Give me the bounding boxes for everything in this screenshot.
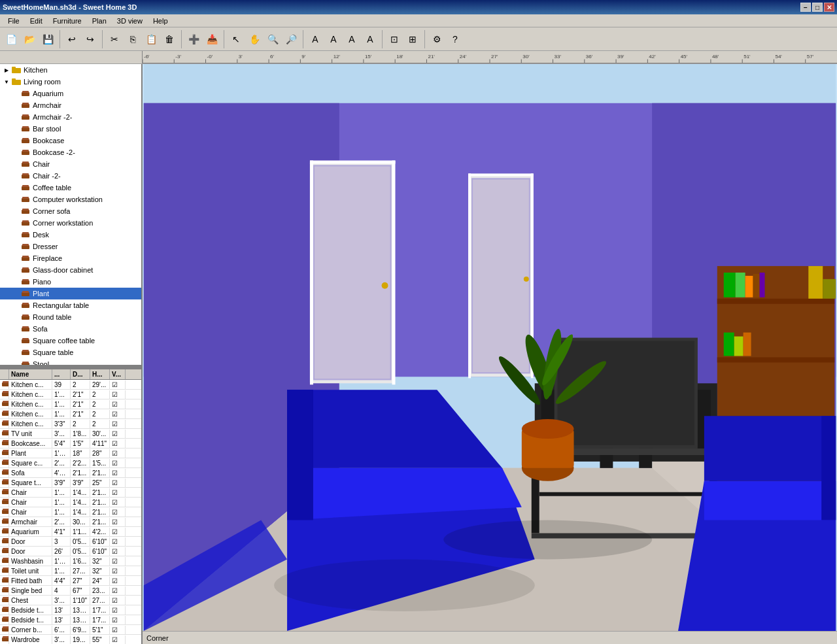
tree-expand-icon[interactable] bbox=[12, 337, 20, 345]
zoom-in-button[interactable]: 🔍 bbox=[264, 31, 281, 48]
table-row[interactable]: Door 3 0'5... 6'10" ☑ bbox=[0, 537, 141, 547]
delete-button[interactable]: 🗑 bbox=[161, 31, 178, 48]
table-row[interactable]: Sofa 4'10" 2'1... 2'1... ☑ bbox=[0, 468, 141, 478]
menu-item-plan[interactable]: Plan bbox=[87, 16, 112, 26]
tree-item[interactable]: Coffee table bbox=[0, 182, 141, 194]
tree-expand-icon[interactable] bbox=[12, 113, 20, 121]
tree-item[interactable]: Glass-door cabinet bbox=[0, 264, 141, 276]
tree-item[interactable]: Aquarium bbox=[0, 88, 141, 99]
pan-button[interactable]: ✋ bbox=[246, 31, 263, 48]
tree-expand-icon[interactable]: ▶ bbox=[3, 66, 10, 74]
table-row[interactable]: Single bed 4 67" 23... ☑ bbox=[0, 586, 141, 596]
text-a2-button[interactable]: A bbox=[325, 31, 342, 48]
tree-expand-icon[interactable] bbox=[12, 325, 20, 333]
tree-view[interactable]: ▶Kitchen▼Living roomAquariumArmchairArmc… bbox=[0, 64, 141, 367]
tree-expand-icon[interactable] bbox=[12, 160, 20, 168]
zoom-plan-button[interactable]: ⊞ bbox=[404, 31, 421, 48]
table-row[interactable]: Chair 1'... 1'4... 2'1... ☑ bbox=[0, 488, 141, 498]
table-row[interactable]: Square t... 3'9" 3'9" 25" ☑ bbox=[0, 478, 141, 488]
menu-item-edit[interactable]: Edit bbox=[25, 16, 48, 26]
paste-button[interactable]: 📋 bbox=[143, 31, 160, 48]
table-row[interactable]: Square c... 2'... 2'2... 1'5... ☑ bbox=[0, 458, 141, 468]
table-row[interactable]: Kitchen c... 3'3" 2 2 ☑ bbox=[0, 419, 141, 429]
maximize-button[interactable]: □ bbox=[812, 3, 823, 12]
table-row[interactable]: Wardrobe 3'... 19... 55" ☑ bbox=[0, 635, 141, 644]
zoom-fit-button[interactable]: ⊡ bbox=[386, 31, 403, 48]
table-row[interactable]: Toilet unit 1'... 27... 32" ☑ bbox=[0, 566, 141, 576]
tree-item[interactable]: ▼Living room bbox=[0, 76, 141, 88]
select-button[interactable]: ↖ bbox=[228, 31, 245, 48]
tree-expand-icon[interactable] bbox=[12, 101, 20, 109]
menu-item-3d-view[interactable]: 3D view bbox=[112, 16, 148, 26]
minimize-button[interactable]: − bbox=[800, 3, 811, 12]
save-button[interactable]: 💾 bbox=[39, 31, 56, 48]
tree-expand-icon[interactable] bbox=[12, 243, 20, 250]
tree-expand-icon[interactable] bbox=[12, 313, 20, 321]
tree-item[interactable]: Desk bbox=[0, 229, 141, 241]
tree-expand-icon[interactable] bbox=[12, 290, 20, 297]
tree-item[interactable]: Armchair -2- bbox=[0, 111, 141, 123]
table-row[interactable]: Door 26' 0'5... 6'10" ☑ bbox=[0, 547, 141, 556]
help-button[interactable]: ? bbox=[447, 31, 464, 48]
menu-item-file[interactable]: File bbox=[3, 16, 25, 26]
tree-expand-icon[interactable] bbox=[12, 231, 20, 239]
tree-item[interactable]: Computer workstation bbox=[0, 194, 141, 205]
cut-button[interactable]: ✂ bbox=[106, 31, 123, 48]
table-row[interactable]: Kitchen c... 39 2 29'... ☑ bbox=[0, 380, 141, 390]
table-row[interactable]: Aquarium 4'1" 1'1... 4'2... ☑ bbox=[0, 527, 141, 537]
tree-item[interactable]: Plant bbox=[0, 288, 141, 299]
text-a1-button[interactable]: A bbox=[307, 31, 324, 48]
table-view[interactable]: Name ... D... H... V... Kitchen c... 39 … bbox=[0, 369, 141, 644]
tree-expand-icon[interactable] bbox=[12, 266, 20, 274]
tree-expand-icon[interactable] bbox=[12, 348, 20, 356]
tree-expand-icon[interactable] bbox=[12, 195, 20, 203]
tree-item[interactable]: Bookcase -2- bbox=[0, 146, 141, 158]
tree-item[interactable]: Rectangular table bbox=[0, 299, 141, 311]
tree-expand-icon[interactable] bbox=[12, 90, 20, 97]
text-a4-button[interactable]: A bbox=[362, 31, 379, 48]
new-button[interactable]: 📄 bbox=[3, 31, 20, 48]
tree-item[interactable]: Square coffee table bbox=[0, 335, 141, 347]
tree-item[interactable]: Chair -2- bbox=[0, 170, 141, 182]
tree-expand-icon[interactable] bbox=[12, 148, 20, 156]
tree-expand-icon[interactable] bbox=[12, 301, 20, 309]
menu-item-help[interactable]: Help bbox=[148, 16, 173, 26]
table-row[interactable]: Chair 1'... 1'4... 2'1... ☑ bbox=[0, 507, 141, 517]
tree-item[interactable]: ▶Kitchen bbox=[0, 64, 141, 76]
zoom-out-button[interactable]: 🔎 bbox=[282, 31, 299, 48]
table-row[interactable]: Armchair 2'... 30... 2'1... ☑ bbox=[0, 517, 141, 527]
tree-item[interactable]: Chair bbox=[0, 158, 141, 170]
table-row[interactable]: Kitchen c... 1'... 2'1" 2 ☑ bbox=[0, 409, 141, 419]
tree-expand-icon[interactable] bbox=[12, 137, 20, 144]
add-furniture-button[interactable]: ➕ bbox=[185, 31, 202, 48]
tree-item[interactable]: Corner workstation bbox=[0, 217, 141, 229]
tree-expand-icon[interactable] bbox=[12, 184, 20, 192]
import-button[interactable]: 📥 bbox=[203, 31, 220, 48]
viewport-3d[interactable] bbox=[143, 64, 837, 631]
tree-expand-icon[interactable] bbox=[12, 172, 20, 180]
tree-expand-icon[interactable] bbox=[12, 125, 20, 133]
tree-item[interactable]: Square table bbox=[0, 347, 141, 358]
table-row[interactable]: Bedside t... 13' 13'1... 1'7... ☑ bbox=[0, 615, 141, 625]
tree-item[interactable]: Bar stool bbox=[0, 123, 141, 135]
tree-expand-icon[interactable] bbox=[12, 278, 20, 286]
tree-item[interactable]: Stool bbox=[0, 358, 141, 367]
close-button[interactable]: ✕ bbox=[824, 3, 834, 12]
tree-item[interactable]: Fireplace bbox=[0, 252, 141, 264]
tree-item[interactable]: Corner sofa bbox=[0, 205, 141, 217]
table-row[interactable]: TV unit 3'... 1'8... 30'... ☑ bbox=[0, 429, 141, 439]
table-row[interactable]: Chest 3'... 1'10" 27... ☑ bbox=[0, 596, 141, 605]
tree-expand-icon[interactable] bbox=[12, 207, 20, 215]
table-row[interactable]: Bookcase... 5'4" 1'5" 4'11" ☑ bbox=[0, 439, 141, 449]
table-row[interactable]: Kitchen c... 1'... 2'1" 2 ☑ bbox=[0, 390, 141, 399]
tree-expand-icon[interactable] bbox=[12, 360, 20, 367]
table-row[interactable]: Plant 1'11" 18" 28" ☑ bbox=[0, 449, 141, 458]
table-row[interactable]: Washbasin 1'10" 1'6... 32" ☑ bbox=[0, 556, 141, 566]
tree-expand-icon[interactable] bbox=[12, 254, 20, 262]
tree-item[interactable]: Round table bbox=[0, 311, 141, 323]
tree-item[interactable]: Armchair bbox=[0, 99, 141, 111]
tree-expand-icon[interactable]: ▼ bbox=[3, 78, 10, 86]
table-row[interactable]: Bedside t... 13' 13'1... 1'7... ☑ bbox=[0, 605, 141, 615]
tree-item[interactable]: Piano bbox=[0, 276, 141, 288]
redo-button[interactable]: ↪ bbox=[82, 31, 99, 48]
